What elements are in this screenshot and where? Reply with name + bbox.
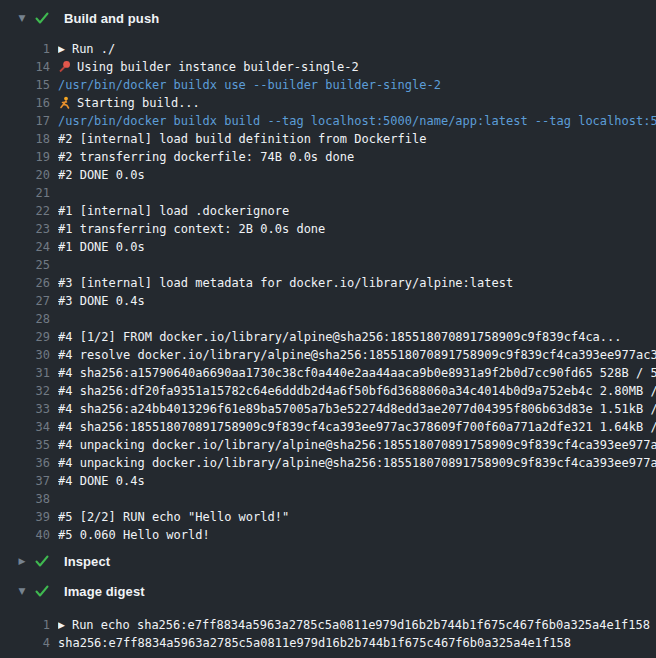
log-command-text: /usr/bin/docker buildx build --tag local… bbox=[58, 112, 656, 130]
line-number[interactable]: 18 bbox=[0, 130, 50, 148]
log-text: sha256:e7ff8834a5963a2785c5a0811e979d16b… bbox=[58, 634, 656, 652]
log-line: 32#4 sha256:df20fa9351a15782c64e6dddb2d4… bbox=[0, 382, 656, 400]
log-text: #5 0.060 Hello world! bbox=[58, 526, 656, 544]
line-number[interactable]: 17 bbox=[0, 112, 50, 130]
line-number[interactable]: 35 bbox=[0, 436, 50, 454]
line-number[interactable]: 38 bbox=[0, 490, 50, 508]
section-title: Build and push bbox=[64, 11, 159, 26]
runner-icon bbox=[58, 96, 73, 112]
line-number[interactable]: 1 bbox=[0, 40, 50, 58]
line-number[interactable]: 30 bbox=[0, 346, 50, 364]
expand-group-arrow-icon[interactable]: ▶ bbox=[58, 616, 65, 634]
line-number[interactable]: 22 bbox=[0, 202, 50, 220]
log-text bbox=[58, 310, 656, 328]
success-icon bbox=[34, 583, 56, 599]
success-icon bbox=[34, 553, 56, 569]
line-number[interactable]: 15 bbox=[0, 76, 50, 94]
line-number[interactable]: 19 bbox=[0, 148, 50, 166]
log-line: 14Using builder instance builder-single-… bbox=[0, 58, 656, 76]
log-line: 34#4 sha256:185518070891758909c9f839cf4c… bbox=[0, 418, 656, 436]
section-title: Inspect bbox=[64, 554, 110, 569]
log-line: 17/usr/bin/docker buildx build --tag loc… bbox=[0, 112, 656, 130]
log-text: #2 transferring dockerfile: 74B 0.0s don… bbox=[58, 148, 656, 166]
log-text: #4 sha256:a15790640a6690aa1730c38cf0a440… bbox=[58, 364, 656, 382]
section-header-image-digest[interactable]: ▼ Image digest bbox=[0, 576, 656, 606]
log-line: 19#2 transferring dockerfile: 74B 0.0s d… bbox=[0, 148, 656, 166]
line-number[interactable]: 25 bbox=[0, 256, 50, 274]
line-number[interactable]: 24 bbox=[0, 238, 50, 256]
pushpin-icon bbox=[58, 60, 73, 76]
log-text: #4 sha256:185518070891758909c9f839cf4ca3… bbox=[58, 418, 656, 436]
section-title: Image digest bbox=[64, 584, 145, 599]
section-inspect: ▶ Inspect bbox=[0, 546, 656, 576]
line-number[interactable]: 36 bbox=[0, 454, 50, 472]
line-number[interactable]: 27 bbox=[0, 292, 50, 310]
line-number[interactable]: 16 bbox=[0, 94, 50, 112]
log-text bbox=[58, 490, 656, 508]
log-line: 27#3 DONE 0.4s bbox=[0, 292, 656, 310]
success-icon bbox=[34, 10, 56, 26]
log-line: 23#1 transferring context: 2B 0.0s done bbox=[0, 220, 656, 238]
log-text: #4 DONE 0.4s bbox=[58, 472, 656, 490]
log-line: 40#5 0.060 Hello world! bbox=[0, 526, 656, 544]
line-number[interactable]: 20 bbox=[0, 166, 50, 184]
line-number[interactable]: 28 bbox=[0, 310, 50, 328]
line-number[interactable]: 23 bbox=[0, 220, 50, 238]
log-line: 18#2 [internal] load build definition fr… bbox=[0, 130, 656, 148]
log-text: #5 [2/2] RUN echo "Hello world!" bbox=[58, 508, 656, 526]
log-lines-image-digest: 1▶Run echo sha256:e7ff8834a5963a2785c5a0… bbox=[0, 616, 656, 652]
chevron-right-icon[interactable]: ▶ bbox=[10, 546, 34, 576]
log-command-text: /usr/bin/docker buildx use --builder bui… bbox=[58, 76, 656, 94]
log-text: #3 [internal] load metadata for docker.i… bbox=[58, 274, 656, 292]
log-line: 28 bbox=[0, 310, 656, 328]
chevron-down-icon[interactable]: ▼ bbox=[10, 576, 34, 606]
section-build-and-push: ▼ Build and push 1▶Run ./14Using builder… bbox=[0, 3, 656, 544]
log-line: 37#4 DONE 0.4s bbox=[0, 472, 656, 490]
log-line: 30#4 resolve docker.io/library/alpine@sh… bbox=[0, 346, 656, 364]
section-header-build-and-push[interactable]: ▼ Build and push bbox=[0, 3, 656, 33]
log-line: 16Starting build... bbox=[0, 94, 656, 112]
log-line: 26#3 [internal] load metadata for docker… bbox=[0, 274, 656, 292]
log-text: #4 sha256:df20fa9351a15782c64e6dddb2d4a6… bbox=[58, 382, 656, 400]
log-text: ▶Run echo sha256:e7ff8834a5963a2785c5a08… bbox=[58, 616, 656, 634]
log-line: 24#1 DONE 0.0s bbox=[0, 238, 656, 256]
line-number[interactable]: 33 bbox=[0, 400, 50, 418]
line-number[interactable]: 31 bbox=[0, 364, 50, 382]
log-text: #4 unpacking docker.io/library/alpine@sh… bbox=[58, 436, 656, 454]
log-text: Using builder instance builder-single-2 bbox=[58, 58, 656, 76]
line-number[interactable]: 21 bbox=[0, 184, 50, 202]
log-text: Starting build... bbox=[58, 94, 656, 112]
line-number[interactable]: 1 bbox=[0, 616, 50, 634]
log-text: #4 [1/2] FROM docker.io/library/alpine@s… bbox=[58, 328, 656, 346]
log-text: #1 transferring context: 2B 0.0s done bbox=[58, 220, 656, 238]
line-number[interactable]: 14 bbox=[0, 58, 50, 76]
line-number[interactable]: 26 bbox=[0, 274, 50, 292]
chevron-down-icon[interactable]: ▼ bbox=[10, 3, 34, 33]
line-number[interactable]: 34 bbox=[0, 418, 50, 436]
log-line: 21 bbox=[0, 184, 656, 202]
log-text: #3 DONE 0.4s bbox=[58, 292, 656, 310]
log-line: 33#4 sha256:a24bb4013296f61e89ba57005a7b… bbox=[0, 400, 656, 418]
line-number[interactable]: 37 bbox=[0, 472, 50, 490]
log-line: 20#2 DONE 0.0s bbox=[0, 166, 656, 184]
line-number[interactable]: 32 bbox=[0, 382, 50, 400]
log-text: #2 DONE 0.0s bbox=[58, 166, 656, 184]
log-text: #1 DONE 0.0s bbox=[58, 238, 656, 256]
log-text: ▶Run ./ bbox=[58, 40, 656, 58]
log-line: 1▶Run ./ bbox=[0, 40, 656, 58]
log-text bbox=[58, 184, 656, 202]
line-number[interactable]: 39 bbox=[0, 508, 50, 526]
log-lines-build-and-push: 1▶Run ./14Using builder instance builder… bbox=[0, 40, 656, 544]
log-line: 15/usr/bin/docker buildx use --builder b… bbox=[0, 76, 656, 94]
log-text: #4 resolve docker.io/library/alpine@sha2… bbox=[58, 346, 656, 364]
section-image-digest: ▼ Image digest 1▶Run echo sha256:e7ff883… bbox=[0, 576, 656, 652]
log-line: 1▶Run echo sha256:e7ff8834a5963a2785c5a0… bbox=[0, 616, 656, 634]
section-header-inspect[interactable]: ▶ Inspect bbox=[0, 546, 656, 576]
line-number[interactable]: 4 bbox=[0, 634, 50, 652]
expand-group-arrow-icon[interactable]: ▶ bbox=[58, 40, 65, 58]
log-line: 31#4 sha256:a15790640a6690aa1730c38cf0a4… bbox=[0, 364, 656, 382]
log-line: 29#4 [1/2] FROM docker.io/library/alpine… bbox=[0, 328, 656, 346]
line-number[interactable]: 40 bbox=[0, 526, 50, 544]
log-text bbox=[58, 256, 656, 274]
line-number[interactable]: 29 bbox=[0, 328, 50, 346]
